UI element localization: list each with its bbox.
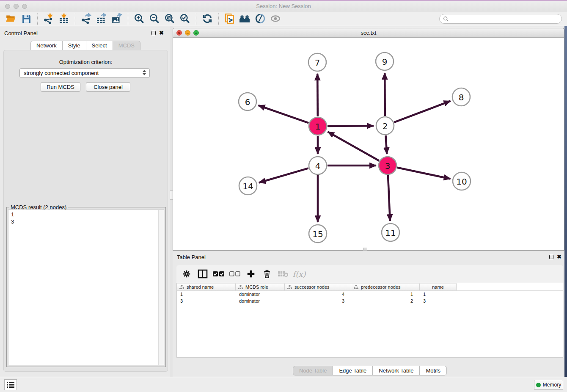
table-cell[interactable]: 2 xyxy=(351,298,420,305)
table-cell[interactable]: 4 xyxy=(285,291,351,298)
graph-node[interactable]: 7 xyxy=(308,53,326,71)
node-table[interactable]: shared nameMCDS rolesuccessor nodesprede… xyxy=(176,283,563,358)
graph-edge[interactable] xyxy=(388,175,390,221)
tab-node-table[interactable]: Node Table xyxy=(293,366,333,375)
search-field[interactable] xyxy=(439,14,562,24)
graph-node[interactable]: 6 xyxy=(239,93,256,110)
add-column-icon[interactable] xyxy=(245,268,257,280)
select-all-icon[interactable] xyxy=(213,268,225,280)
column-layout-icon[interactable] xyxy=(197,268,209,280)
network-canvas[interactable]: 7968124314101511 xyxy=(173,38,564,251)
column-header-MCDS-role[interactable]: MCDS role xyxy=(236,283,285,290)
column-header-predecessor-nodes[interactable]: predecessor nodes xyxy=(351,283,420,290)
export-table-icon[interactable] xyxy=(95,12,108,25)
deselect-all-icon[interactable] xyxy=(229,268,241,280)
network-graph[interactable]: 7968124314101511 xyxy=(173,38,564,251)
graph-node[interactable]: 8 xyxy=(452,88,470,106)
graph-edge[interactable] xyxy=(328,126,374,126)
minimize-window-icon[interactable] xyxy=(14,4,19,9)
open-session-icon[interactable] xyxy=(5,12,17,25)
graph-node[interactable]: 4 xyxy=(309,157,327,174)
float-panel-icon[interactable] xyxy=(151,31,156,35)
zoom-selected-icon[interactable] xyxy=(179,12,191,25)
task-history-button[interactable] xyxy=(4,379,17,390)
graph-node[interactable]: 11 xyxy=(382,224,399,241)
float-table-panel-icon[interactable] xyxy=(549,255,553,259)
tab-network-table[interactable]: Network Table xyxy=(373,366,420,375)
table-cell[interactable]: dominator xyxy=(236,298,285,305)
column-header-name[interactable]: name xyxy=(420,283,457,290)
clone-network-icon[interactable] xyxy=(223,12,236,25)
zoom-out-icon[interactable] xyxy=(148,12,161,25)
graph-node[interactable]: 15 xyxy=(309,225,327,243)
graph-edge[interactable] xyxy=(259,105,309,123)
graph-edge[interactable] xyxy=(328,132,380,160)
graph-edge[interactable] xyxy=(386,135,387,154)
graph-edge[interactable] xyxy=(385,73,385,116)
table-row[interactable]: 3dominator323 xyxy=(177,298,563,305)
maximize-frame-icon[interactable]: + xyxy=(193,30,199,36)
svg-text:15: 15 xyxy=(312,229,323,239)
table-cell[interactable]: 1 xyxy=(177,291,236,298)
tab-network[interactable]: Network xyxy=(30,41,63,50)
memory-button[interactable]: Memory xyxy=(534,380,563,390)
close-panel-button[interactable]: Close panel xyxy=(86,82,130,92)
column-header-successor-nodes[interactable]: successor nodes xyxy=(285,283,351,290)
graph-edge[interactable] xyxy=(397,168,451,179)
table-cell[interactable]: 3 xyxy=(420,298,457,305)
result-scrollbar[interactable] xyxy=(158,210,164,365)
close-table-panel-icon[interactable]: ✖ xyxy=(557,255,561,259)
tab-select[interactable]: Select xyxy=(86,41,113,50)
settings-gear-icon[interactable] xyxy=(181,268,193,280)
export-image-icon[interactable] xyxy=(110,12,123,25)
apply-layout-icon[interactable] xyxy=(201,12,214,25)
graph-edge[interactable] xyxy=(259,168,308,182)
save-session-icon[interactable] xyxy=(20,12,33,25)
table-row[interactable]: 1dominator411 xyxy=(177,291,563,298)
zoom-in-icon[interactable] xyxy=(133,12,146,25)
close-frame-icon[interactable]: × xyxy=(176,30,182,36)
table-cell[interactable]: 3 xyxy=(285,298,351,305)
network-window-titlebar[interactable]: × − + scc.txt xyxy=(173,28,564,38)
run-mcds-button[interactable]: Run MCDS xyxy=(41,82,80,92)
svg-text:9: 9 xyxy=(382,57,388,67)
table-cell[interactable]: 3 xyxy=(177,298,236,305)
zoom-fit-icon[interactable] xyxy=(163,12,176,25)
import-network-icon[interactable] xyxy=(42,12,55,25)
hide-selected-icon[interactable] xyxy=(269,12,282,25)
close-panel-icon[interactable]: ✖ xyxy=(159,31,164,35)
close-window-icon[interactable] xyxy=(5,4,10,9)
delete-table-icon[interactable] xyxy=(277,268,289,280)
mcds-result-text[interactable]: 1 3 xyxy=(8,210,164,365)
graph-edge[interactable] xyxy=(317,74,318,116)
column-header-shared-name[interactable]: shared name xyxy=(177,283,236,290)
graph-node[interactable]: 9 xyxy=(376,52,394,70)
maximize-window-icon[interactable] xyxy=(22,4,27,9)
graph-node[interactable]: 10 xyxy=(453,172,471,190)
table-cell[interactable]: dominator xyxy=(236,291,285,298)
control-panel-tabs: NetworkStyleSelectMCDS xyxy=(0,41,171,50)
graph-node[interactable]: 2 xyxy=(376,117,394,135)
window-controls[interactable] xyxy=(5,4,27,9)
graph-node[interactable]: 14 xyxy=(239,177,257,195)
minimize-frame-icon[interactable]: − xyxy=(185,30,190,36)
table-cell[interactable]: 1 xyxy=(351,291,420,298)
function-builder-icon[interactable]: f(x) xyxy=(293,268,305,280)
tab-edge-table[interactable]: Edge Table xyxy=(333,366,373,375)
first-neighbors-icon[interactable] xyxy=(239,12,251,25)
export-network-icon[interactable] xyxy=(80,12,93,25)
graph-edge[interactable] xyxy=(394,101,451,122)
delete-column-icon[interactable] xyxy=(261,268,273,280)
canvas-resize-grip[interactable] xyxy=(363,248,367,251)
tab-style[interactable]: Style xyxy=(63,41,86,50)
criterion-select[interactable]: strongly connected component xyxy=(19,68,150,78)
svg-text:8: 8 xyxy=(459,92,464,102)
import-table-icon[interactable] xyxy=(58,12,70,25)
tab-motifs[interactable]: Motifs xyxy=(420,366,447,375)
tab-mcds[interactable]: MCDS xyxy=(113,41,140,50)
table-cell[interactable]: 1 xyxy=(420,291,457,298)
search-input[interactable] xyxy=(449,16,555,22)
graph-node[interactable]: 3 xyxy=(379,157,396,174)
annotation-icon[interactable] xyxy=(254,12,267,25)
graph-node[interactable]: 1 xyxy=(309,117,327,135)
